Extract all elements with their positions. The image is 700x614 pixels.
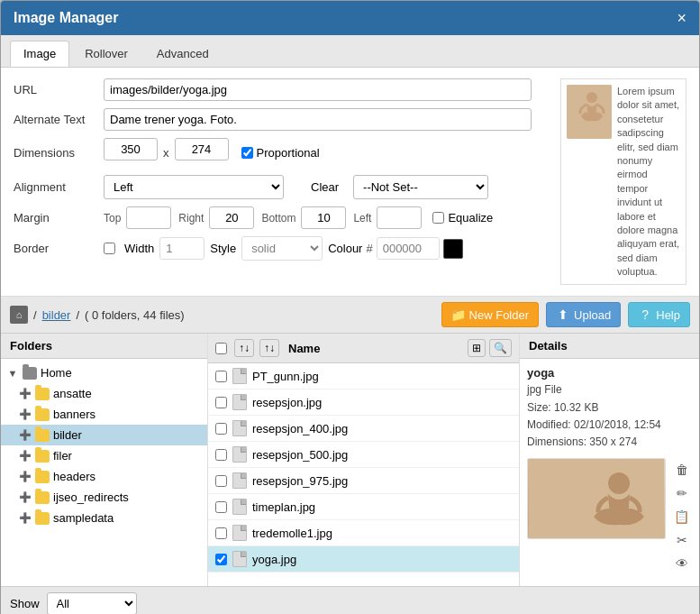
file-row-resepsjon-975[interactable]: resepsjon_975.jpg [208,468,519,494]
sort-asc-button[interactable]: ↑↓ [234,339,254,357]
sort-desc-button[interactable]: ↑↓ [259,339,279,357]
home-icon[interactable]: ⌂ [10,306,28,324]
details-modified: Modified: 02/10/2018, 12:54 [527,417,692,434]
file-name-resepsjon: resepsjon.jpg [252,396,322,409]
expand-icon-headers: ➕ [19,471,32,483]
file-row-tredemolle[interactable]: tredemolle1.jpg [208,520,519,546]
margin-top-input[interactable] [126,206,171,229]
view-button[interactable]: 👁 [671,554,692,573]
file-name-tredemolle: tredemolle1.jpg [252,527,332,540]
folder-item-filer[interactable]: ➕ filer [1,445,207,466]
expand-icon-sampledata: ➕ [19,512,32,525]
equalize-checkbox[interactable] [432,212,444,224]
alt-text-row: Alternate Text [14,108,551,131]
cut-button[interactable]: ✂ [671,530,692,550]
details-thumb-col [527,458,666,573]
dim-separator: x [163,146,169,160]
file-row-resepsjon[interactable]: resepsjon.jpg [208,389,519,416]
show-select[interactable]: All Images Documents [47,592,137,614]
close-button[interactable]: × [677,10,686,26]
file-row-yoga[interactable]: yoga.jpg [208,546,519,573]
upload-icon: ⬆ [556,307,570,322]
dimensions-label: Dimensions [14,146,104,160]
file-name-pt-gunn: PT_gunn.jpg [252,370,319,383]
file-row-resepsjon-400[interactable]: resepsjon_400.jpg [208,416,519,442]
search-button[interactable]: 🔍 [489,339,512,357]
margin-group: Top Right Bottom Left Equalize [104,206,493,229]
colour-swatch[interactable] [443,239,463,259]
help-button[interactable]: ? Help [628,302,690,327]
border-width-input[interactable] [159,237,205,260]
file-row-resepsjon-500[interactable]: resepsjon_500.jpg [208,442,519,468]
breadcrumb-folder[interactable]: bilder [42,308,71,322]
file-icon-pt-gunn [232,368,247,384]
folder-icon-ijseo [35,491,50,504]
border-style-label: Style [210,242,236,255]
new-folder-button[interactable]: 📁 New Folder [441,302,539,327]
folder-item-bilder[interactable]: ➕ bilder [1,425,207,445]
proportional-checkbox[interactable] [241,147,253,159]
file-icon-tredemolle [232,525,247,541]
alignment-row: Alignment Left Right Center None Clear -… [14,175,551,199]
upload-button[interactable]: ⬆ Upload [546,302,621,327]
tab-rollover[interactable]: Rollover [71,41,141,67]
expand-icon-ijseo: ➕ [19,491,32,504]
height-input[interactable] [175,138,229,160]
breadcrumb-actions: 📁 New Folder ⬆ Upload ? Help [441,302,690,327]
folder-item-sampledata[interactable]: ➕ sampledata [1,508,207,528]
folder-name-sampledata: sampledata [53,511,114,525]
clear-select[interactable]: --Not Set-- Left Right Both [353,175,488,199]
file-checkbox-resepsjon-975[interactable] [215,475,227,487]
colour-label: Colour [328,242,362,255]
folder-item-banners[interactable]: ➕ banners [1,404,207,425]
preview-text: Lorem ipsum dolor sit amet, consetetur s… [617,85,680,279]
delete-button[interactable]: 🗑 [671,460,692,480]
width-input[interactable] [104,138,158,160]
url-input[interactable] [104,78,532,101]
alt-input[interactable] [104,108,532,131]
view-toggle-button[interactable]: ⊞ [468,339,486,357]
folders-header: Folders [1,334,207,359]
edit-button[interactable]: ✏ [671,483,692,503]
url-label: URL [14,83,104,96]
tab-advanced[interactable]: Advanced [143,41,223,67]
left-margin-label: Left [353,212,371,225]
margin-right-input[interactable] [209,206,254,229]
details-filename: yoga [527,366,692,380]
tab-bar: Image Rollover Advanced [1,35,699,68]
file-checkbox-timeplan[interactable] [215,501,227,513]
top-label: Top [104,212,121,225]
folder-icon-ansatte [35,388,50,400]
border-style-select[interactable]: solid dashed dotted double none [241,236,323,261]
margin-left-input[interactable] [377,206,422,229]
folder-item-ansatte[interactable]: ➕ ansatte [1,383,207,404]
file-checkbox-tredemolle[interactable] [215,527,227,539]
form-with-preview: URL Alternate Text Dimensions x [14,78,686,285]
file-name-resepsjon-400: resepsjon_400.jpg [252,422,348,435]
colour-input[interactable] [377,237,440,260]
details-dimensions: Dimensions: 350 x 274 [527,434,692,451]
margin-bottom-input[interactable] [301,206,346,229]
expand-icon-ansatte: ➕ [19,388,32,400]
copy-button[interactable]: 📋 [671,507,692,527]
file-checkbox-resepsjon[interactable] [215,397,227,408]
files-header: ↑↓ ↑↓ Name ⊞ 🔍 [208,334,519,363]
details-header: Details [520,334,699,359]
file-row-timeplan[interactable]: timeplan.jpg [208,494,519,520]
file-checkbox-resepsjon-500[interactable] [215,449,227,461]
folder-item-headers[interactable]: ➕ headers [1,466,207,487]
file-checkbox-yoga[interactable] [215,554,227,565]
file-row-pt-gunn[interactable]: PT_gunn.jpg [208,363,519,389]
select-all-checkbox[interactable] [215,343,227,354]
file-checkbox-resepsjon-400[interactable] [215,423,227,435]
tab-image[interactable]: Image [10,41,69,67]
border-checkbox[interactable] [104,243,115,254]
alignment-label: Alignment [14,180,104,194]
image-preview: Lorem ipsum dolor sit amet, consetetur s… [560,78,686,285]
file-checkbox-pt-gunn[interactable] [215,371,227,382]
folder-item-home[interactable]: ▼ Home [1,362,207,383]
folder-item-ijseo[interactable]: ➕ ijseo_redirects [1,487,207,508]
alignment-select[interactable]: Left Right Center None [104,175,284,199]
file-icon-resepsjon-975 [232,472,247,489]
folder-name-bilder: bilder [53,428,82,442]
